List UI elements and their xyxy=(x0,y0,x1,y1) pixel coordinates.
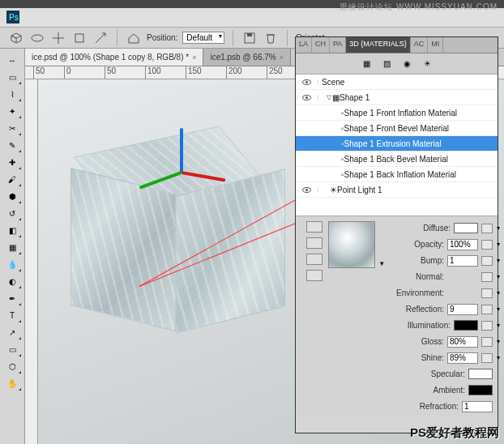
tab-mi[interactable]: MI xyxy=(428,37,443,53)
texture-icon[interactable] xyxy=(481,321,493,331)
scene-row-material[interactable]: ▫ Shape 1 Back Bevel Material xyxy=(296,152,498,167)
scene-row-material[interactable]: ▫ Shape 1 Front Inflation Material xyxy=(296,105,498,121)
scene-row-material-selected[interactable]: ▫ Shape 1 Extrusion Material xyxy=(296,136,498,152)
svg-point-2 xyxy=(32,35,43,41)
material-picker-icon[interactable] xyxy=(306,221,322,233)
scene-row-root[interactable]: Scene xyxy=(296,75,498,90)
svg-rect-3 xyxy=(75,34,83,42)
position-dropdown[interactable]: Default xyxy=(182,32,224,44)
reflection-input[interactable] xyxy=(447,304,478,315)
opacity-input[interactable] xyxy=(447,239,478,250)
filter-mesh-icon[interactable]: ▨ xyxy=(383,59,391,68)
scene-row-shape[interactable]: ▽▦ Shape 1 xyxy=(296,90,498,105)
3d-rotate-icon[interactable] xyxy=(29,30,45,46)
filter-light-icon[interactable]: ☀ xyxy=(424,59,431,68)
tab-ice-psd[interactable]: ice.psd @ 100% (Shape 1 copy 8, RGB/8) *… xyxy=(25,49,203,66)
3d-scale-icon[interactable] xyxy=(92,30,109,46)
ps-logo-icon: Ps xyxy=(6,11,19,25)
scene-row-material[interactable]: ▫ Shape 1 Front Bevel Material xyxy=(296,121,498,136)
material-properties: Diffuse: Opacity: Bump: Normal: Environm… xyxy=(296,216,498,418)
tab-actions[interactable]: AC xyxy=(411,37,429,53)
trash-icon[interactable] xyxy=(263,30,279,46)
hand-tool[interactable]: ✋ xyxy=(2,375,22,391)
dodge-tool[interactable]: ◐ xyxy=(2,273,22,289)
material-drop-icon[interactable] xyxy=(306,237,322,249)
3d-tool[interactable]: ⬡ xyxy=(2,358,22,374)
refraction-input[interactable] xyxy=(462,401,493,412)
texture-icon[interactable] xyxy=(481,272,493,282)
tab-layers[interactable]: LA xyxy=(296,37,312,53)
scene-row-light[interactable]: ☀ Point Light 1 xyxy=(296,182,498,198)
3d-pan-icon[interactable] xyxy=(50,30,66,46)
texture-icon[interactable] xyxy=(481,224,493,233)
illumination-swatch[interactable] xyxy=(454,320,478,331)
gradient-tool[interactable]: ▦ xyxy=(2,239,22,255)
3d-slide-icon[interactable] xyxy=(71,30,88,46)
material-preview[interactable] xyxy=(328,221,375,268)
ice-cube-3d[interactable] xyxy=(70,136,277,343)
position-label: Position: xyxy=(147,33,177,42)
texture-icon[interactable] xyxy=(481,337,493,347)
texture-icon[interactable] xyxy=(481,353,493,363)
specular-swatch[interactable] xyxy=(468,369,493,379)
panels-dock: LA CH PA 3D {MATERIALS} AC MI ▦ ▨ ◉ ☀ Sc… xyxy=(295,36,498,433)
filter-material-icon[interactable]: ◉ xyxy=(404,59,411,68)
blur-tool[interactable]: 💧 xyxy=(2,256,22,272)
path-tool[interactable]: ↗ xyxy=(2,324,22,340)
svg-text:Ps: Ps xyxy=(9,13,19,22)
marquee-tool[interactable]: ▭ xyxy=(2,69,22,85)
material-apply-icon[interactable] xyxy=(306,270,322,281)
ruler-vertical xyxy=(25,79,38,444)
ambient-swatch[interactable] xyxy=(468,385,493,395)
shine-input[interactable] xyxy=(447,352,478,364)
wand-tool[interactable]: ✦ xyxy=(2,103,22,119)
watermark-top: 思缘设计论坛 WWW.MISSYUAN.COM xyxy=(340,2,498,13)
tab-ice1-psb[interactable]: ice1.psb @ 66.7%× xyxy=(203,49,291,66)
type-tool[interactable]: T xyxy=(2,307,22,323)
heal-tool[interactable]: ✚ xyxy=(2,154,22,170)
gloss-input[interactable] xyxy=(447,336,478,348)
pen-tool[interactable]: ✒ xyxy=(2,290,22,306)
close-icon[interactable]: × xyxy=(192,53,196,62)
scene-row-material[interactable]: ▫ Shape 1 Back Inflation Material xyxy=(296,167,498,182)
home-icon[interactable] xyxy=(126,30,142,46)
tab-channels[interactable]: CH xyxy=(312,37,330,53)
close-icon[interactable]: × xyxy=(280,53,284,62)
watermark-bottom: PS爱好者教程网 xyxy=(410,425,499,441)
bump-input[interactable] xyxy=(447,255,478,267)
3d-scene-list[interactable]: Scene ▽▦ Shape 1 ▫ Shape 1 Front Inflati… xyxy=(296,75,498,216)
filter-all-icon[interactable]: ▦ xyxy=(363,59,370,68)
3d-object-icon[interactable] xyxy=(8,30,24,46)
lasso-tool[interactable]: ⌇ xyxy=(2,86,22,102)
material-load-icon[interactable] xyxy=(306,254,322,265)
move-tool[interactable]: ↔ xyxy=(2,52,22,68)
crop-tool[interactable]: ✂ xyxy=(2,120,22,136)
stamp-tool[interactable]: ⬢ xyxy=(2,188,22,204)
shape-tool[interactable]: ▭ xyxy=(2,341,22,357)
texture-icon[interactable] xyxy=(481,256,493,266)
tab-paths[interactable]: PA xyxy=(330,37,346,53)
texture-icon[interactable] xyxy=(481,305,493,314)
3d-filter-icons: ▦ ▨ ◉ ☀ xyxy=(296,53,498,75)
eraser-tool[interactable]: ◧ xyxy=(2,222,22,238)
eyedropper-tool[interactable]: ✎ xyxy=(2,137,22,153)
texture-icon[interactable] xyxy=(481,288,493,298)
texture-icon[interactable] xyxy=(481,240,493,250)
brush-tool[interactable]: 🖌 xyxy=(2,171,22,187)
svg-rect-5 xyxy=(247,33,252,36)
panel-tabs: LA CH PA 3D {MATERIALS} AC MI xyxy=(296,37,498,53)
tools-panel: ↔ ▭ ⌇ ✦ ✂ ✎ ✚ 🖌 ⬢ ↺ ◧ ▦ 💧 ◐ ✒ T ↗ ▭ ⬡ ✋ xyxy=(0,49,25,444)
tab-3d-materials[interactable]: 3D {MATERIALS} xyxy=(346,37,410,53)
diffuse-swatch[interactable] xyxy=(454,223,478,233)
save-icon[interactable] xyxy=(241,30,258,46)
history-brush-tool[interactable]: ↺ xyxy=(2,205,22,221)
